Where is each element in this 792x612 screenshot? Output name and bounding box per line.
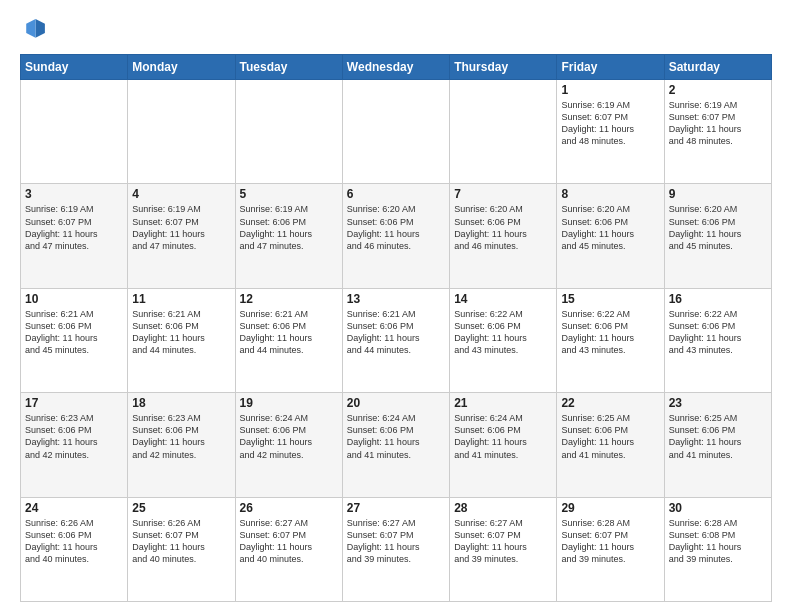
day-cell: 15Sunrise: 6:22 AMSunset: 6:06 PMDayligh… <box>557 288 664 392</box>
day-info: Sunrise: 6:19 AMSunset: 6:06 PMDaylight:… <box>240 203 338 252</box>
day-cell: 25Sunrise: 6:26 AMSunset: 6:07 PMDayligh… <box>128 497 235 601</box>
day-cell: 8Sunrise: 6:20 AMSunset: 6:06 PMDaylight… <box>557 184 664 288</box>
calendar-header: SundayMondayTuesdayWednesdayThursdayFrid… <box>21 55 772 80</box>
day-cell: 10Sunrise: 6:21 AMSunset: 6:06 PMDayligh… <box>21 288 128 392</box>
day-number: 25 <box>132 501 230 515</box>
day-info: Sunrise: 6:26 AMSunset: 6:07 PMDaylight:… <box>132 517 230 566</box>
day-cell <box>21 80 128 184</box>
day-info: Sunrise: 6:21 AMSunset: 6:06 PMDaylight:… <box>240 308 338 357</box>
day-number: 29 <box>561 501 659 515</box>
week-row-3: 10Sunrise: 6:21 AMSunset: 6:06 PMDayligh… <box>21 288 772 392</box>
day-cell: 2Sunrise: 6:19 AMSunset: 6:07 PMDaylight… <box>664 80 771 184</box>
week-row-4: 17Sunrise: 6:23 AMSunset: 6:06 PMDayligh… <box>21 393 772 497</box>
header-row: SundayMondayTuesdayWednesdayThursdayFrid… <box>21 55 772 80</box>
calendar-body: 1Sunrise: 6:19 AMSunset: 6:07 PMDaylight… <box>21 80 772 602</box>
day-cell: 29Sunrise: 6:28 AMSunset: 6:07 PMDayligh… <box>557 497 664 601</box>
day-number: 27 <box>347 501 445 515</box>
day-header-saturday: Saturday <box>664 55 771 80</box>
page: SundayMondayTuesdayWednesdayThursdayFrid… <box>0 0 792 612</box>
day-number: 14 <box>454 292 552 306</box>
day-cell: 12Sunrise: 6:21 AMSunset: 6:06 PMDayligh… <box>235 288 342 392</box>
day-number: 28 <box>454 501 552 515</box>
day-number: 21 <box>454 396 552 410</box>
day-info: Sunrise: 6:19 AMSunset: 6:07 PMDaylight:… <box>561 99 659 148</box>
day-info: Sunrise: 6:27 AMSunset: 6:07 PMDaylight:… <box>454 517 552 566</box>
day-info: Sunrise: 6:24 AMSunset: 6:06 PMDaylight:… <box>454 412 552 461</box>
day-cell: 28Sunrise: 6:27 AMSunset: 6:07 PMDayligh… <box>450 497 557 601</box>
day-number: 12 <box>240 292 338 306</box>
day-cell: 26Sunrise: 6:27 AMSunset: 6:07 PMDayligh… <box>235 497 342 601</box>
week-row-1: 1Sunrise: 6:19 AMSunset: 6:07 PMDaylight… <box>21 80 772 184</box>
day-info: Sunrise: 6:20 AMSunset: 6:06 PMDaylight:… <box>669 203 767 252</box>
day-cell: 17Sunrise: 6:23 AMSunset: 6:06 PMDayligh… <box>21 393 128 497</box>
day-cell <box>342 80 449 184</box>
day-cell: 24Sunrise: 6:26 AMSunset: 6:06 PMDayligh… <box>21 497 128 601</box>
day-number: 2 <box>669 83 767 97</box>
day-cell: 23Sunrise: 6:25 AMSunset: 6:06 PMDayligh… <box>664 393 771 497</box>
day-info: Sunrise: 6:26 AMSunset: 6:06 PMDaylight:… <box>25 517 123 566</box>
day-number: 9 <box>669 187 767 201</box>
day-header-friday: Friday <box>557 55 664 80</box>
day-cell: 19Sunrise: 6:24 AMSunset: 6:06 PMDayligh… <box>235 393 342 497</box>
day-number: 1 <box>561 83 659 97</box>
day-info: Sunrise: 6:24 AMSunset: 6:06 PMDaylight:… <box>240 412 338 461</box>
day-number: 19 <box>240 396 338 410</box>
day-info: Sunrise: 6:21 AMSunset: 6:06 PMDaylight:… <box>132 308 230 357</box>
day-number: 11 <box>132 292 230 306</box>
day-info: Sunrise: 6:19 AMSunset: 6:07 PMDaylight:… <box>25 203 123 252</box>
day-info: Sunrise: 6:20 AMSunset: 6:06 PMDaylight:… <box>561 203 659 252</box>
day-cell: 30Sunrise: 6:28 AMSunset: 6:08 PMDayligh… <box>664 497 771 601</box>
day-cell <box>128 80 235 184</box>
day-info: Sunrise: 6:21 AMSunset: 6:06 PMDaylight:… <box>25 308 123 357</box>
day-number: 4 <box>132 187 230 201</box>
day-info: Sunrise: 6:23 AMSunset: 6:06 PMDaylight:… <box>25 412 123 461</box>
day-info: Sunrise: 6:23 AMSunset: 6:06 PMDaylight:… <box>132 412 230 461</box>
day-header-monday: Monday <box>128 55 235 80</box>
day-cell: 1Sunrise: 6:19 AMSunset: 6:07 PMDaylight… <box>557 80 664 184</box>
day-header-thursday: Thursday <box>450 55 557 80</box>
day-cell: 20Sunrise: 6:24 AMSunset: 6:06 PMDayligh… <box>342 393 449 497</box>
day-cell: 6Sunrise: 6:20 AMSunset: 6:06 PMDaylight… <box>342 184 449 288</box>
day-number: 6 <box>347 187 445 201</box>
day-number: 24 <box>25 501 123 515</box>
day-header-tuesday: Tuesday <box>235 55 342 80</box>
day-cell: 5Sunrise: 6:19 AMSunset: 6:06 PMDaylight… <box>235 184 342 288</box>
day-number: 7 <box>454 187 552 201</box>
day-header-wednesday: Wednesday <box>342 55 449 80</box>
day-header-sunday: Sunday <box>21 55 128 80</box>
day-info: Sunrise: 6:25 AMSunset: 6:06 PMDaylight:… <box>561 412 659 461</box>
day-cell: 22Sunrise: 6:25 AMSunset: 6:06 PMDayligh… <box>557 393 664 497</box>
day-info: Sunrise: 6:27 AMSunset: 6:07 PMDaylight:… <box>347 517 445 566</box>
day-number: 30 <box>669 501 767 515</box>
day-info: Sunrise: 6:19 AMSunset: 6:07 PMDaylight:… <box>669 99 767 148</box>
day-cell: 4Sunrise: 6:19 AMSunset: 6:07 PMDaylight… <box>128 184 235 288</box>
day-number: 10 <box>25 292 123 306</box>
day-number: 23 <box>669 396 767 410</box>
day-number: 26 <box>240 501 338 515</box>
day-info: Sunrise: 6:25 AMSunset: 6:06 PMDaylight:… <box>669 412 767 461</box>
day-info: Sunrise: 6:19 AMSunset: 6:07 PMDaylight:… <box>132 203 230 252</box>
day-cell: 13Sunrise: 6:21 AMSunset: 6:06 PMDayligh… <box>342 288 449 392</box>
day-cell: 7Sunrise: 6:20 AMSunset: 6:06 PMDaylight… <box>450 184 557 288</box>
day-number: 18 <box>132 396 230 410</box>
day-info: Sunrise: 6:28 AMSunset: 6:08 PMDaylight:… <box>669 517 767 566</box>
header <box>20 16 772 44</box>
day-number: 13 <box>347 292 445 306</box>
day-cell: 11Sunrise: 6:21 AMSunset: 6:06 PMDayligh… <box>128 288 235 392</box>
day-cell: 21Sunrise: 6:24 AMSunset: 6:06 PMDayligh… <box>450 393 557 497</box>
week-row-2: 3Sunrise: 6:19 AMSunset: 6:07 PMDaylight… <box>21 184 772 288</box>
day-info: Sunrise: 6:22 AMSunset: 6:06 PMDaylight:… <box>669 308 767 357</box>
day-cell: 16Sunrise: 6:22 AMSunset: 6:06 PMDayligh… <box>664 288 771 392</box>
day-cell: 14Sunrise: 6:22 AMSunset: 6:06 PMDayligh… <box>450 288 557 392</box>
day-cell: 27Sunrise: 6:27 AMSunset: 6:07 PMDayligh… <box>342 497 449 601</box>
day-info: Sunrise: 6:22 AMSunset: 6:06 PMDaylight:… <box>561 308 659 357</box>
day-info: Sunrise: 6:20 AMSunset: 6:06 PMDaylight:… <box>454 203 552 252</box>
logo-icon <box>20 16 48 44</box>
day-info: Sunrise: 6:28 AMSunset: 6:07 PMDaylight:… <box>561 517 659 566</box>
calendar-table: SundayMondayTuesdayWednesdayThursdayFrid… <box>20 54 772 602</box>
logo <box>20 16 52 44</box>
day-number: 17 <box>25 396 123 410</box>
day-info: Sunrise: 6:20 AMSunset: 6:06 PMDaylight:… <box>347 203 445 252</box>
day-cell: 18Sunrise: 6:23 AMSunset: 6:06 PMDayligh… <box>128 393 235 497</box>
day-cell <box>450 80 557 184</box>
